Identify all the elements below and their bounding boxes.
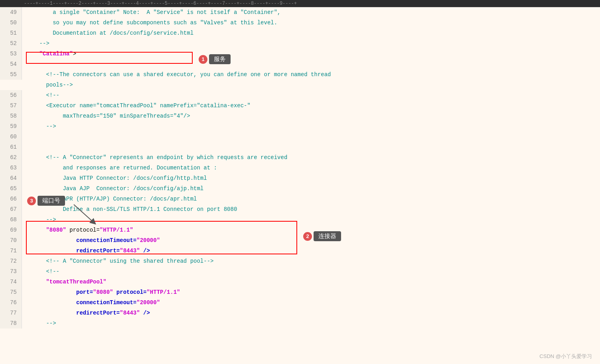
line-content: --> <box>22 38 600 49</box>
line-number: 75 <box>0 287 22 297</box>
line-content: <!-- A "Connector" represents an endpoin… <box>22 152 600 163</box>
line-content: <!-- <box>22 90 600 100</box>
badge-label-3: 端口号 <box>38 196 65 206</box>
line-content: APR (HTTP/AJP) Connector: /docs/apr.html <box>22 194 600 204</box>
table-row: pools--> <box>0 80 600 90</box>
line-number: 51 <box>0 28 22 38</box>
badge-label-2: 连接器 <box>314 231 341 241</box>
table-row: 60 <box>0 132 600 142</box>
line-content: Define a non-SSL/TLS HTTP/1.1 Connector … <box>22 204 600 214</box>
watermark: CSDN @小丫头爱学习 <box>539 353 592 360</box>
line-content: redirectPort="8443" /> <box>22 246 600 256</box>
line-number: 76 <box>0 297 22 308</box>
line-content: pools--> <box>22 80 600 90</box>
line-number: 78 <box>0 318 22 329</box>
table-row: 70 connectionTimeout="20000" <box>0 235 600 246</box>
ruler-text: ----+----1----+----2----+----3----+----4… <box>24 1 297 6</box>
line-content: so you may not define subcomponents such… <box>22 18 600 28</box>
table-row: 58 maxThreads="150" minSpareThreads="4"/… <box>0 111 600 121</box>
line-number: 65 <box>0 183 22 194</box>
badge-3: 3 端口号 <box>27 196 65 206</box>
line-content: <!-- A "Connector" using the shared thre… <box>22 256 600 266</box>
line-content: Java AJP Connector: /docs/config/ajp.htm… <box>22 183 600 194</box>
line-content: --> <box>22 318 600 329</box>
table-row: 73 <!-- <box>0 266 600 277</box>
table-row: 51 Documentation at /docs/config/service… <box>0 28 600 38</box>
line-content: <!--The connectors can use a shared exec… <box>22 69 600 80</box>
line-number: 53 <box>0 49 22 59</box>
line-number: 49 <box>0 7 22 18</box>
table-row: 69 "8080" protocol="HTTP/1.1" <box>0 225 600 235</box>
line-content: and responses are returned. Documentatio… <box>22 163 600 173</box>
badge-num-1: 1 <box>199 55 207 64</box>
ruler: ----+----1----+----2----+----3----+----4… <box>0 0 600 7</box>
badge-num-2: 2 <box>303 232 312 241</box>
table-row: 62 <!-- A "Connector" represents an endp… <box>0 152 600 163</box>
line-content: redirectPort="8443" /> <box>22 308 600 318</box>
line-number: 74 <box>0 277 22 287</box>
line-number: 71 <box>0 246 22 256</box>
table-row: 78 --> <box>0 318 600 329</box>
line-content: a single "Container" Note: A "Service" i… <box>22 7 600 18</box>
table-row: 67 Define a non-SSL/TLS HTTP/1.1 Connect… <box>0 204 600 214</box>
line-number: 64 <box>0 173 22 183</box>
line-number: 52 <box>0 38 22 49</box>
line-number: 55 <box>0 69 22 80</box>
table-row: 54 <box>0 59 600 69</box>
line-number: 61 <box>0 142 22 152</box>
table-row: 65 Java AJP Connector: /docs/config/ajp.… <box>0 183 600 194</box>
line-number: 67 <box>0 204 22 214</box>
line-content: "tomcatThreadPool" <box>22 277 600 287</box>
table-row: 61 <box>0 142 600 152</box>
line-number: 73 <box>0 266 22 277</box>
table-row: 75 port="8080" protocol="HTTP/1.1" <box>0 287 600 297</box>
badge-1: 1 服务 <box>199 54 231 64</box>
line-number: 58 <box>0 111 22 121</box>
badge-label-1: 服务 <box>209 54 231 64</box>
line-content: <!-- <box>22 266 600 277</box>
table-row: 53 "Catalina"> <box>0 49 600 59</box>
line-content: port="8080" protocol="HTTP/1.1" <box>22 287 600 297</box>
line-content: Java HTTP Connector: /docs/config/http.h… <box>22 173 600 183</box>
line-content: maxThreads="150" minSpareThreads="4"/> <box>22 111 600 121</box>
line-number: 68 <box>0 214 22 225</box>
line-number: 50 <box>0 18 22 28</box>
badge-2: 2 连接器 <box>303 231 341 241</box>
table-row: 50 so you may not define subcomponents s… <box>0 18 600 28</box>
table-row: 72 <!-- A "Connector" using the shared t… <box>0 256 600 266</box>
table-row: 52 --> <box>0 38 600 49</box>
line-number: 69 <box>0 225 22 235</box>
line-content: "Catalina"> <box>22 49 600 59</box>
table-row: 57 <Executor name="tomcatThreadPool" nam… <box>0 100 600 111</box>
badge-num-3: 3 <box>27 197 36 205</box>
line-number: 59 <box>0 121 22 132</box>
table-row: 77 redirectPort="8443" /> <box>0 308 600 318</box>
line-content: --> <box>22 214 600 225</box>
line-number: 60 <box>0 132 22 142</box>
line-number: 63 <box>0 163 22 173</box>
table-row: 59 --> <box>0 121 600 132</box>
line-number: 54 <box>0 59 22 69</box>
line-number: 77 <box>0 308 22 318</box>
table-row: 68 --> <box>0 214 600 225</box>
table-row: 76 connectionTimeout="20000" <box>0 297 600 308</box>
line-number: 56 <box>0 90 22 100</box>
line-number: 62 <box>0 152 22 163</box>
line-number: 70 <box>0 235 22 246</box>
line-number: 66 <box>0 194 22 204</box>
code-area: 49 a single "Container" Note: A "Service… <box>0 7 600 364</box>
line-number: 72 <box>0 256 22 266</box>
table-row: 55 <!--The connectors can use a shared e… <box>0 69 600 80</box>
line-content: Documentation at /docs/config/service.ht… <box>22 28 600 38</box>
line-content: <Executor name="tomcatThreadPool" namePr… <box>22 100 600 111</box>
table-row: 66 APR (HTTP/AJP) Connector: /docs/apr.h… <box>0 194 600 204</box>
table-row: 49 a single "Container" Note: A "Service… <box>0 7 600 18</box>
table-row: 64 Java HTTP Connector: /docs/config/htt… <box>0 173 600 183</box>
line-content: --> <box>22 121 600 132</box>
line-content: connectionTimeout="20000" <box>22 297 600 308</box>
line-number: 57 <box>0 100 22 111</box>
table-row: 63 and responses are returned. Documenta… <box>0 163 600 173</box>
table-row: 74 "tomcatThreadPool" <box>0 277 600 287</box>
table-row: 71 redirectPort="8443" /> <box>0 246 600 256</box>
table-row: 56 <!-- <box>0 90 600 100</box>
